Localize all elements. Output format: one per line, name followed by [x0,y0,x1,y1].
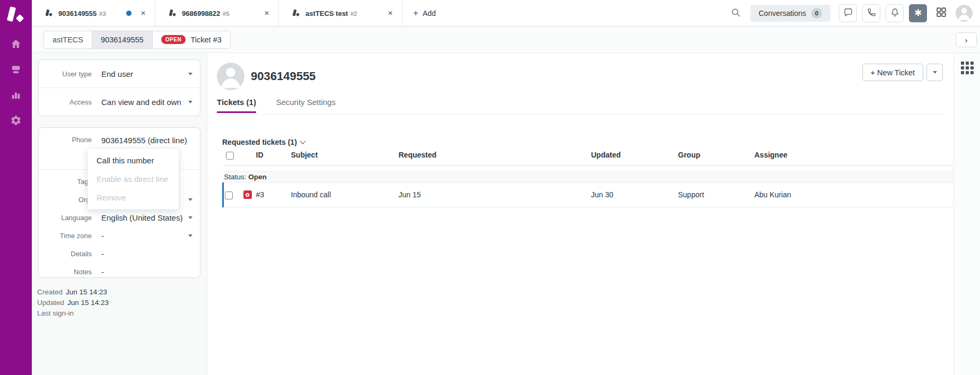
tab-title: astTECS test [305,10,348,18]
tab-tickets[interactable]: Tickets (1) [217,98,256,113]
phone-value[interactable]: 9036149555 (direct line) [101,136,192,145]
topbar-actions: Conversations 0 ✱ [727,0,980,26]
updated-label: Updated [37,299,64,307]
sidebar-item-views[interactable] [0,57,32,83]
status-group-row: Status: Open [223,171,956,182]
search-icon [731,7,741,19]
created-label: Created [37,288,63,296]
column-header-requested[interactable]: Requested [399,149,591,165]
tab-title: 9036149555 [58,10,97,18]
ticket-tab-2[interactable]: 9686998822 #5 ✕ [155,0,279,26]
breadcrumb-user[interactable]: 9036149555 [92,31,153,48]
user-avatar[interactable] [956,5,973,22]
user-type-value[interactable]: End user [101,69,184,79]
phone-button[interactable] [862,4,880,22]
ticket-crumb-label: Ticket #3 [190,36,221,44]
ticket-tab-icon [45,9,53,18]
chevron-down-icon [300,138,305,144]
ticket-tab-1[interactable]: 9036149555 #3 ✕ [32,0,155,26]
menu-item-call-this-number[interactable]: Call this number [88,151,179,170]
ticket-tab-icon [292,9,300,18]
column-header-assignee[interactable]: Assignee [755,149,956,165]
notes-value[interactable]: - [101,267,192,276]
chevron-down-icon[interactable] [188,216,192,219]
new-ticket-dropdown-button[interactable] [926,64,943,81]
column-header-subject[interactable]: Subject [291,149,399,165]
chevron-down-icon[interactable] [188,234,192,237]
logo-bar-shape [7,6,16,22]
next-crumb-button[interactable]: › [956,32,977,47]
phone-label: Phone [46,136,92,144]
close-tab-icon[interactable]: ✕ [138,8,148,19]
chevron-down-icon[interactable] [188,73,192,75]
user-meta: CreatedJun 15 14:23 UpdatedJun 15 14:23 … [37,287,109,319]
breadcrumb-ticket[interactable]: OPEN Ticket #3 [153,31,230,48]
chevron-right-icon: › [965,36,968,45]
select-ticket-checkbox[interactable] [225,191,233,199]
apps-side-strip [953,53,980,375]
grid-2x2-icon [935,6,947,20]
views-icon [10,64,22,77]
zendesk-logo[interactable] [0,0,32,32]
select-all-checkbox[interactable] [226,152,234,160]
menu-item-remove: Remove [88,188,179,207]
ticket-tab-icon [168,9,177,18]
conversations-button[interactable]: Conversations 0 [750,5,831,22]
chat-bubble-icon [843,7,853,19]
language-field: Language English (United States) [39,208,200,226]
details-value[interactable]: - [101,249,192,258]
notes-label: Notes [46,268,92,276]
last-signin-label: Last sign-in [37,309,74,317]
sidebar-item-home[interactable] [0,32,32,57]
timezone-label: Time zone [46,232,92,240]
language-value[interactable]: English (United States) [101,213,184,222]
plus-icon: + [413,8,418,18]
user-type-label: User type [46,70,92,78]
sidebar-item-reporting[interactable] [0,83,32,108]
last-signin-line: Last sign-in [37,308,109,319]
language-label: Language [46,214,92,222]
ticket-id[interactable]: #3 [256,190,265,199]
phone-icon [867,7,877,19]
apps-grid-icon[interactable] [961,62,974,74]
timezone-value[interactable]: - [101,231,184,240]
ticket-updated: Jun 30 [591,182,678,207]
product-tray-button[interactable] [932,4,950,22]
column-header-updated[interactable]: Updated [591,149,678,165]
access-label: Access [46,98,92,106]
chevron-down-icon[interactable] [188,198,192,201]
apps-asterisk-button[interactable]: ✱ [909,4,927,22]
requested-tickets-title: Requested tickets (1) [222,138,297,146]
chat-button[interactable] [839,4,857,22]
unsaved-indicator-dot [126,11,132,16]
details-label: Details [46,250,92,258]
org-label: Org. [46,196,92,204]
chevron-down-icon[interactable] [188,101,192,103]
new-ticket-controls: + New Ticket [862,64,943,81]
gear-icon [10,115,22,128]
tags-label: Tags [46,178,92,186]
tab-ticket-number: #3 [99,11,106,17]
ticket-subject[interactable]: Inbound call [291,182,399,207]
home-icon [10,38,22,51]
breadcrumb-org[interactable]: astTECS [44,31,92,48]
notifications-button[interactable] [886,4,904,22]
user-type-field: User type End user [39,60,200,88]
bar-chart-icon [10,89,22,102]
bell-icon [890,7,900,19]
access-value[interactable]: Can view and edit own tic... [101,98,184,107]
requested-tickets-header[interactable]: Requested tickets (1) [222,138,956,146]
ticket-tab-3[interactable]: astTECS test #2 ✕ [279,0,402,26]
sidebar-item-admin[interactable] [0,108,32,134]
search-button[interactable] [727,4,745,22]
tab-security-settings[interactable]: Security Settings [276,98,336,111]
details-field: Details - [39,245,200,263]
ticket-row[interactable]: #3 Inbound call Jun 15 Jun 30 Support Ab… [223,182,956,207]
column-header-id[interactable]: ID [239,149,291,165]
close-tab-icon[interactable]: ✕ [385,8,396,19]
asterisk-icon: ✱ [914,8,922,18]
add-tab-button[interactable]: + Add [402,0,447,26]
column-header-group[interactable]: Group [678,149,755,165]
new-ticket-button[interactable]: + New Ticket [862,64,923,81]
close-tab-icon[interactable]: ✕ [261,8,272,19]
